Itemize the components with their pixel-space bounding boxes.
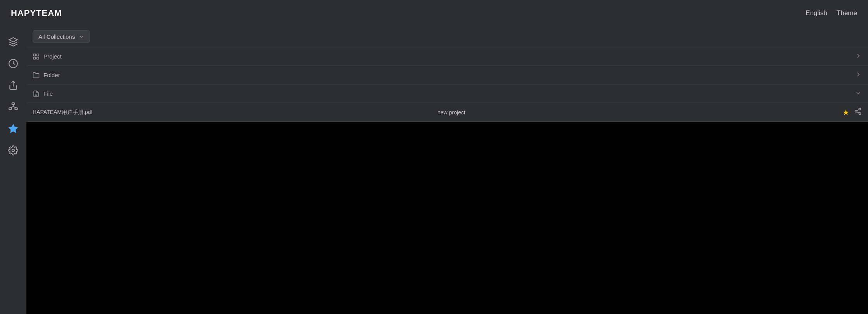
svg-rect-12 <box>37 54 39 56</box>
collections-bar: All Collections <box>26 26 868 47</box>
sidebar-item-favorites[interactable] <box>4 119 23 138</box>
star-filled-icon[interactable]: ★ <box>842 108 849 117</box>
file-item-project: new project <box>437 109 842 116</box>
theme-selector[interactable]: Theme <box>837 9 857 17</box>
svg-point-17 <box>859 108 861 110</box>
collections-dropdown[interactable]: All Collections <box>33 30 90 43</box>
file-item-name: HAPATEAM用户手册.pdf <box>33 109 437 116</box>
logo: HAPYTEAM <box>11 8 62 18</box>
layers-icon <box>8 37 18 47</box>
sidebar-item-layers[interactable] <box>4 33 23 51</box>
file-item-row[interactable]: HAPATEAM用户手册.pdf new project ★ <box>26 103 868 122</box>
svg-rect-4 <box>9 108 12 109</box>
header-right: English Theme <box>806 9 857 17</box>
file-icon <box>33 90 40 97</box>
svg-line-7 <box>10 107 13 108</box>
svg-line-20 <box>857 112 859 113</box>
folder-chevron <box>855 71 862 79</box>
header: HAPYTEAM English Theme <box>0 0 868 26</box>
svg-rect-3 <box>12 103 15 104</box>
network-icon <box>8 102 18 112</box>
settings-icon <box>8 145 18 155</box>
language-selector[interactable]: English <box>806 9 827 17</box>
file-label: File <box>43 90 53 97</box>
svg-rect-14 <box>37 57 39 59</box>
chevron-down-icon-2 <box>855 90 862 97</box>
sidebar-item-history[interactable] <box>4 54 23 73</box>
svg-rect-11 <box>33 54 35 56</box>
folder-icon <box>33 72 40 79</box>
project-chevron <box>855 52 862 61</box>
preview-area <box>26 122 868 314</box>
chevron-down-icon <box>79 34 84 40</box>
file-item-actions: ★ <box>842 107 862 117</box>
svg-point-19 <box>859 112 861 114</box>
svg-line-21 <box>857 109 859 110</box>
project-icon <box>33 53 40 60</box>
chevron-right-icon <box>855 52 862 59</box>
sidebar <box>0 26 26 314</box>
list-item-project[interactable]: Project <box>26 47 868 66</box>
share-action-icon[interactable] <box>854 107 862 117</box>
file-chevron <box>855 90 862 98</box>
project-label: Project <box>43 53 62 60</box>
main-content: All Collections Project <box>26 26 868 314</box>
list-item-folder[interactable]: Folder <box>26 66 868 85</box>
sidebar-item-network[interactable] <box>4 98 23 116</box>
collections-label: All Collections <box>38 33 75 40</box>
chevron-right-icon-2 <box>855 71 862 78</box>
list-item-file[interactable]: File <box>26 85 868 103</box>
svg-point-10 <box>12 149 15 152</box>
star-nav-icon <box>8 124 18 134</box>
history-icon <box>8 59 18 69</box>
share-nav-icon <box>8 80 18 90</box>
svg-point-18 <box>855 110 857 112</box>
file-list: Project Folder <box>26 47 868 122</box>
svg-marker-0 <box>9 38 17 42</box>
folder-label: Folder <box>43 72 60 78</box>
svg-marker-9 <box>9 124 17 133</box>
svg-line-8 <box>13 107 16 108</box>
svg-rect-5 <box>15 108 17 109</box>
sidebar-item-settings[interactable] <box>4 141 23 160</box>
svg-rect-13 <box>33 57 35 59</box>
sidebar-item-share[interactable] <box>4 76 23 95</box>
